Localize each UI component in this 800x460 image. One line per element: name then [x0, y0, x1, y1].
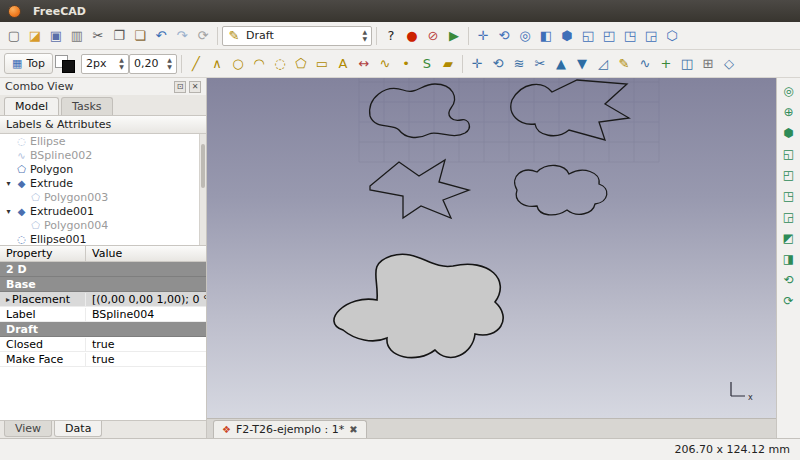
draft-facebinder-icon[interactable]: ▰ — [438, 54, 458, 74]
polygon-shape-2[interactable] — [370, 160, 469, 218]
property-row-label[interactable]: LabelBSpline004 — [0, 307, 206, 322]
panel-float-button[interactable]: ⊡ — [174, 81, 186, 93]
view-bottom-icon[interactable]: ◩ — [779, 228, 798, 247]
draft-arc-icon[interactable]: ◠ — [249, 54, 269, 74]
property-row-placement[interactable]: ▸Placement[(0,00 0,00 1,00); 0 °; (0 m..… — [0, 292, 206, 307]
bspline004-filled-shape[interactable] — [334, 254, 503, 357]
view-fit-all-icon[interactable]: ◎ — [779, 81, 798, 100]
draft-ellipse-icon[interactable]: ◌ — [270, 54, 290, 74]
draft-upgrade-icon[interactable]: ▲ — [551, 54, 571, 74]
pan-view-icon[interactable]: ✛ — [473, 26, 493, 46]
right-view-icon[interactable]: ◳ — [620, 26, 640, 46]
rotate-view-icon[interactable]: ⟲ — [494, 26, 514, 46]
3d-viewport[interactable]: x — [207, 78, 776, 418]
expand-arrow-icon[interactable]: ▸ — [6, 295, 10, 304]
draft-subelement-icon[interactable]: ◫ — [677, 54, 697, 74]
draft-trim-icon[interactable]: ✂ — [530, 54, 550, 74]
whats-this-icon[interactable]: ? — [381, 26, 401, 46]
open-document-icon[interactable]: ◪ — [25, 26, 45, 46]
front-view-icon[interactable]: ◱ — [578, 26, 598, 46]
line-color-swatch[interactable] — [62, 60, 75, 73]
save-document-icon[interactable]: ▣ — [46, 26, 66, 46]
document-tab[interactable]: ❖ F2-T26-ejemplo : 1* ✖ — [213, 420, 367, 438]
polygon-shape-1[interactable] — [511, 80, 629, 140]
view-rotate-right-icon[interactable]: ⟳ — [779, 291, 798, 310]
draft-circle-icon[interactable]: ○ — [228, 54, 248, 74]
panel-close-button[interactable]: ✕ — [189, 81, 201, 93]
cut-icon[interactable]: ✂ — [88, 26, 108, 46]
top-view-icon[interactable]: ◰ — [599, 26, 619, 46]
draft-wire-to-bspline-icon[interactable]: ∿ — [635, 54, 655, 74]
undo-icon[interactable]: ↶ — [151, 26, 171, 46]
draft-scale-icon[interactable]: ◿ — [593, 54, 613, 74]
tree-item-bspline002[interactable]: ∿BSpline002 — [0, 148, 206, 162]
view-left-icon[interactable]: ◨ — [779, 249, 798, 268]
view-top-icon[interactable]: ◰ — [779, 165, 798, 184]
view-front-icon[interactable]: ◱ — [779, 144, 798, 163]
draft-snap-grid-icon[interactable]: ⊞ — [698, 54, 718, 74]
tree-item-ellipse[interactable]: ◌Ellipse — [0, 134, 206, 148]
print-icon[interactable]: ▥ — [67, 26, 87, 46]
draft-dimension-icon[interactable]: ↔ — [354, 54, 374, 74]
property-value[interactable]: true — [86, 353, 206, 366]
tree-scrollbar[interactable] — [199, 134, 206, 245]
tree-item-polygon003[interactable]: ⬠Polygon003 — [0, 190, 206, 204]
property-row-closed[interactable]: Closedtrue — [0, 337, 206, 352]
bspline-shape-outline-2[interactable] — [515, 165, 607, 215]
line-width-combo[interactable]: 2px ▲▼ — [81, 54, 129, 74]
draft-line-icon[interactable]: ╱ — [186, 54, 206, 74]
draft-rotate-icon[interactable]: ⟲ — [488, 54, 508, 74]
workbench-selector[interactable]: ✎ Draft ▲▼ — [222, 26, 372, 46]
axonometric-view-icon[interactable]: ⬢ — [557, 26, 577, 46]
draft-text-icon[interactable]: A — [333, 54, 353, 74]
draft-edit-icon[interactable]: ✎ — [614, 54, 634, 74]
scrollbar-thumb[interactable] — [201, 144, 205, 188]
copy-icon[interactable]: ❐ — [109, 26, 129, 46]
macro-play-icon[interactable]: ▶ — [444, 26, 464, 46]
bspline-shape-outline-1[interactable] — [370, 84, 470, 137]
view-right-icon[interactable]: ◳ — [779, 186, 798, 205]
draw-style-icon[interactable]: ◧ — [536, 26, 556, 46]
draft-rectangle-icon[interactable]: ▭ — [312, 54, 332, 74]
tab-view[interactable]: View — [4, 421, 52, 437]
draft-polyline-icon[interactable]: ∧ — [207, 54, 227, 74]
tree-item-polygon004[interactable]: ⬠Polygon004 — [0, 218, 206, 232]
macro-record-icon[interactable]: ● — [402, 26, 422, 46]
macro-stop-icon[interactable]: ⊘ — [423, 26, 443, 46]
draft-add-point-icon[interactable]: + — [656, 54, 676, 74]
view-fit-selection-icon[interactable]: ⊕ — [779, 102, 798, 121]
view-axonometric-icon[interactable]: ⬢ — [779, 123, 798, 142]
draft-shapestring-icon[interactable]: S — [417, 54, 437, 74]
expand-arrow-icon[interactable]: ▾ — [4, 207, 13, 216]
property-value[interactable]: [(0,00 0,00 1,00); 0 °; (0 m... — [86, 293, 206, 306]
tree-item-ellipse001[interactable]: ◌Ellipse001 — [0, 232, 206, 246]
paste-icon[interactable]: ❏ — [130, 26, 150, 46]
refresh-icon[interactable]: ⟳ — [193, 26, 213, 46]
draft-offset-icon[interactable]: ≋ — [509, 54, 529, 74]
rear-view-icon[interactable]: ◲ — [641, 26, 661, 46]
draft-polygon-icon[interactable]: ⬠ — [291, 54, 311, 74]
draft-point-icon[interactable]: • — [396, 54, 416, 74]
isometric-view-icon[interactable]: ⬡ — [662, 26, 682, 46]
property-value[interactable]: BSpline004 — [86, 308, 206, 321]
window-close-button[interactable] — [8, 5, 21, 18]
fit-all-icon[interactable]: ◎ — [515, 26, 535, 46]
redo-icon[interactable]: ↷ — [172, 26, 192, 46]
draft-downgrade-icon[interactable]: ▼ — [572, 54, 592, 74]
working-plane-button[interactable]: ▦ Top — [4, 53, 53, 74]
tree-item-polygon[interactable]: ⬠Polygon — [0, 162, 206, 176]
draft-bspline-icon[interactable]: ∿ — [375, 54, 395, 74]
view-rotate-left-icon[interactable]: ⟲ — [779, 270, 798, 289]
text-scale-spinbox[interactable]: 0,20 ▲▼ — [129, 54, 177, 74]
tab-data[interactable]: Data — [54, 421, 102, 437]
expand-arrow-icon[interactable]: ▾ — [4, 179, 13, 188]
property-row-make-face[interactable]: Make Facetrue — [0, 352, 206, 367]
draft-move-icon[interactable]: ✛ — [467, 54, 487, 74]
tab-tasks[interactable]: Tasks — [61, 97, 112, 115]
close-document-icon[interactable]: ✖ — [349, 424, 357, 435]
tab-model[interactable]: Model — [4, 97, 59, 115]
new-document-icon[interactable]: ▢ — [4, 26, 24, 46]
draft-working-plane-icon[interactable]: ◇ — [719, 54, 739, 74]
property-value[interactable]: true — [86, 338, 206, 351]
tree-item-extrude001[interactable]: ▾◆Extrude001 — [0, 204, 206, 218]
